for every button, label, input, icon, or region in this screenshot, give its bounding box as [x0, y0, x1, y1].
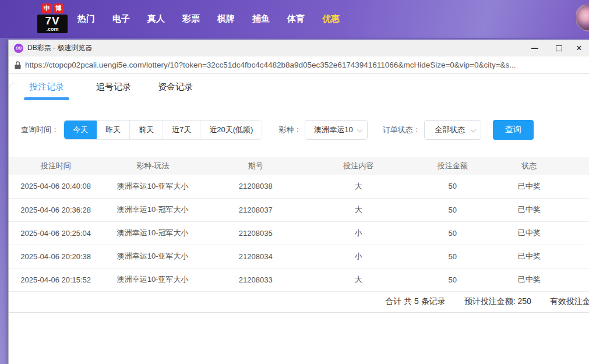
tab-chase-records-label: 追号记录: [96, 82, 131, 91]
browser-titlebar[interactable]: DB DB彩票 - 极速浏览器 ✕: [9, 40, 589, 56]
url-text: https://ctopcp02pcali.uengi5e.com/lotter…: [25, 61, 516, 69]
time-filter-group: 今天 昨天 前天 近7天 近20天(低频): [64, 120, 262, 140]
lottery-type-select[interactable]: 澳洲幸运10: [305, 120, 367, 140]
tab-bet-records[interactable]: 投注记录: [24, 82, 69, 107]
logo-main-text: 7V: [38, 15, 66, 27]
cell-game-play: 澳洲幸运10-亚军大小: [103, 175, 203, 198]
status-badge: 已中奖: [496, 221, 589, 245]
header-game-play: 彩种-玩法: [103, 157, 203, 175]
active-tab-underline: [24, 97, 69, 100]
tab-bet-records-label: 投注记录: [29, 82, 64, 91]
db-lottery-app-icon: DB: [14, 44, 23, 53]
cell-bet-amount: 50: [408, 221, 496, 245]
cell-period: 21208034: [203, 245, 309, 268]
status-badge: 已中奖: [496, 175, 589, 198]
cell-period: 21208035: [203, 221, 309, 245]
header-bet-time: 投注时间: [9, 157, 103, 175]
header-bet-content: 投注内容: [309, 157, 409, 175]
record-tabs: 投注记录 追号记录 资金记录: [9, 82, 589, 107]
order-status-value: 全部状态: [435, 125, 465, 135]
maximize-icon: [556, 45, 562, 51]
time-filter-label: 查询时间：: [21, 125, 59, 135]
cell-game-play: 澳洲幸运10-亚军大小: [103, 268, 203, 291]
time-filter-20days[interactable]: 近20天(低频): [200, 121, 262, 139]
cell-bet-time: 2025-04-06 20:15:52: [9, 268, 103, 291]
cell-bet-amount: 50: [408, 245, 496, 268]
site-nav-menu: 热门 电子 真人 彩票 棋牌 捕鱼 体育 优惠: [77, 0, 340, 38]
nav-item-live[interactable]: 真人: [147, 13, 165, 24]
logo-badge-left: 申: [42, 3, 52, 13]
status-badge: 已中奖: [496, 245, 589, 268]
cell-period: 21208037: [203, 198, 309, 221]
cell-bet-time: 2025-04-06 20:25:04: [9, 221, 103, 245]
table-row: 2025-04-06 20:36:28 澳洲幸运10-冠军大小 21208037…: [9, 198, 589, 221]
cell-bet-content: 大: [309, 268, 409, 291]
lottery-type-value: 澳洲幸运10: [314, 125, 352, 135]
summary-row: 合计 共 5 条记录 预计投注金额: 250 有效投注金额: 250: [9, 292, 589, 313]
user-avatar[interactable]: [575, 3, 589, 31]
summary-valid-amount: 有效投注金额: 250: [550, 296, 589, 307]
nav-item-hot[interactable]: 热门: [77, 13, 95, 24]
time-filter-today[interactable]: 今天: [64, 120, 97, 140]
cell-period: 21208038: [203, 175, 309, 198]
status-badge: 已中奖: [496, 198, 589, 221]
table-header-row: 投注时间 彩种-玩法 期号 投注内容 投注金额 状态: [9, 157, 589, 175]
cell-bet-time: 2025-04-06 20:20:38: [9, 245, 103, 268]
time-filter-7days[interactable]: 近7天: [163, 121, 200, 139]
lock-icon: [15, 61, 21, 69]
browser-address-bar[interactable]: https://ctopcp02pcali.uengi5e.com/lotter…: [9, 56, 589, 74]
screen: { "colors": { "accent_blue": "#1e9df7", …: [0, 0, 589, 364]
nav-item-chess[interactable]: 棋牌: [217, 13, 235, 24]
table-row: 2025-04-06 20:40:08 澳洲幸运10-亚军大小 21208038…: [9, 175, 589, 198]
header-period: 期号: [203, 157, 309, 175]
logo-suffix-text: .com: [38, 27, 66, 32]
window-title: DB彩票 - 极速浏览器: [27, 43, 92, 53]
cell-bet-amount: 50: [408, 175, 496, 198]
cell-bet-amount: 50: [408, 198, 496, 221]
cell-period: 21208033: [203, 268, 309, 291]
logo-badges: 申 博: [37, 3, 68, 13]
cell-game-play: 澳洲幸运10-冠军大小: [103, 198, 203, 221]
site-logo[interactable]: 申 博 7V .com: [37, 3, 68, 33]
nav-item-promo[interactable]: 优惠: [322, 13, 340, 24]
browser-window: DB DB彩票 - 极速浏览器 ✕ https://ctopcp02pcali.…: [8, 40, 589, 364]
cell-bet-time: 2025-04-06 20:40:08: [9, 175, 103, 198]
cell-bet-amount: 50: [408, 268, 496, 291]
tab-chase-records[interactable]: 追号记录: [96, 82, 131, 107]
order-status-label: 订单状态：: [383, 125, 421, 135]
logo-wordmark: 7V .com: [37, 15, 68, 33]
status-badge: 已中奖: [496, 268, 589, 291]
minimize-button[interactable]: [527, 40, 542, 56]
table-row: 2025-04-06 20:20:38 澳洲幸运10-亚军大小 21208034…: [9, 245, 589, 268]
logo-badge-right: 博: [54, 3, 64, 13]
nav-item-fishing[interactable]: 捕鱼: [252, 13, 270, 24]
page-content: 投注记录 追号记录 资金记录 查询时间： 今天 昨天 前天 近7天 近20天(低…: [9, 82, 589, 364]
header-status: 状态: [496, 157, 589, 175]
nav-item-slots[interactable]: 电子: [112, 13, 130, 24]
bet-records-table: 投注时间 彩种-玩法 期号 投注内容 投注金额 状态 2025-04-06 20…: [9, 157, 589, 292]
tab-fund-records[interactable]: 资金记录: [158, 82, 193, 107]
cell-game-play: 澳洲幸运10-冠军大小: [103, 221, 203, 245]
tab-fund-records-label: 资金记录: [158, 82, 193, 91]
nav-item-lottery[interactable]: 彩票: [182, 13, 200, 24]
lottery-type-label: 彩种：: [278, 125, 301, 135]
nav-item-sports[interactable]: 体育: [287, 13, 305, 24]
cell-bet-content: 小: [309, 245, 409, 268]
time-filter-day-before[interactable]: 前天: [129, 121, 163, 139]
search-button[interactable]: 查询: [493, 120, 534, 140]
cell-bet-content: 大: [309, 175, 409, 198]
order-status-select[interactable]: 全部状态: [424, 120, 481, 140]
cell-bet-content: 小: [309, 221, 409, 245]
cell-game-play: 澳洲幸运10-亚军大小: [103, 245, 203, 268]
summary-expected-amount: 预计投注金额: 250: [464, 296, 531, 307]
close-button[interactable]: ✕: [572, 40, 587, 56]
site-navbar: 申 博 7V .com 热门 电子 真人 彩票 棋牌 捕鱼 体育 优惠: [0, 0, 589, 38]
filter-bar: 查询时间： 今天 昨天 前天 近7天 近20天(低频) 彩种： 澳洲幸运10 订…: [9, 120, 589, 140]
time-filter-yesterday[interactable]: 昨天: [97, 121, 129, 139]
minimize-icon: [531, 48, 538, 49]
maximize-button[interactable]: [551, 40, 566, 56]
chevron-down-icon: [357, 127, 362, 133]
summary-total-records: 合计 共 5 条记录: [385, 296, 445, 307]
chevron-down-icon: [470, 127, 476, 133]
table-row: 2025-04-06 20:15:52 澳洲幸运10-亚军大小 21208033…: [9, 268, 589, 291]
